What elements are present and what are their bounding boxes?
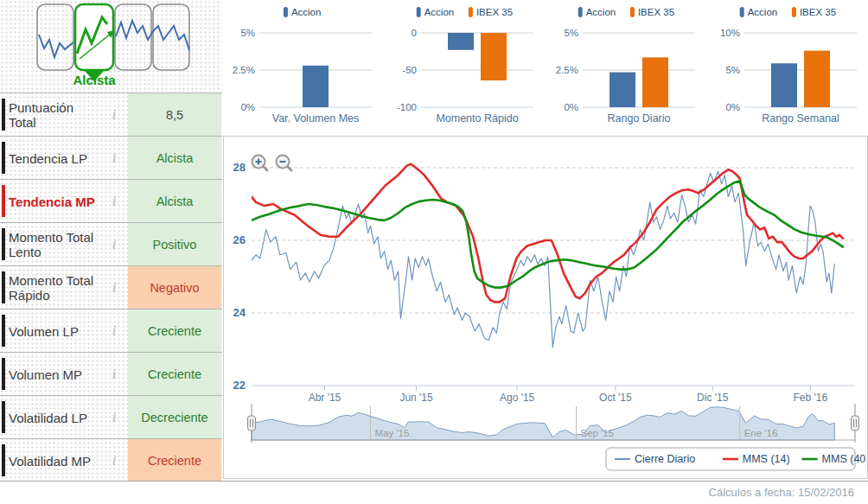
- row-label: Momento Total Lento: [9, 230, 100, 259]
- minichart-title: Var. Volumen Mes: [272, 112, 360, 124]
- legend-marker: [578, 7, 583, 17]
- svg-text:5%: 5%: [725, 65, 740, 75]
- svg-text:-50: -50: [402, 65, 417, 75]
- status-cell: Decreciente: [128, 396, 221, 438]
- x-axis-label: Ago '15: [500, 392, 535, 404]
- row-label: Puntuación Total: [9, 100, 100, 130]
- table-row: Volumen LPiCreciente: [0, 309, 222, 353]
- footer-bar: Cálculos a fecha: 15/02/2016: [0, 481, 868, 504]
- svg-text:0%: 0%: [725, 102, 740, 112]
- table-row: Volumen MPiCreciente: [0, 353, 222, 396]
- bar-accion: [303, 66, 329, 107]
- x-axis-label: Jun '15: [399, 392, 433, 404]
- info-icon[interactable]: i: [105, 237, 123, 252]
- bar-accion: [448, 33, 474, 50]
- bar-ibex-35: [804, 51, 830, 107]
- score-table: Puntuación Totali8,5Tendencia LPiAlcista…: [0, 93, 222, 482]
- table-row: Puntuación Totali8,5: [0, 93, 222, 137]
- minichart-rango-diario: AccionIBEX 350%2.5%5%Rango Diario: [546, 0, 707, 136]
- legend-item[interactable]: Accion: [578, 7, 616, 17]
- left-panel: Alcista Puntuación Totali8,5Tendencia LP…: [0, 0, 222, 489]
- legend-item[interactable]: IBEX 35: [469, 7, 513, 17]
- row-label: Tendencia MP: [9, 194, 100, 208]
- y-axis-label: 24: [233, 306, 246, 319]
- row-accent-bar: [2, 401, 5, 433]
- row-accent-bar: [2, 444, 5, 476]
- status-cell: Creciente: [128, 439, 221, 482]
- row-label: Momento Total Rápido: [9, 273, 100, 303]
- minichart-title: Rango Diario: [608, 112, 671, 124]
- trend-selector-card[interactable]: [37, 4, 73, 70]
- minichart-var-volumen-mes: Accion0%2.5%5%Var. Volumen Mes: [223, 0, 384, 136]
- navigator-label: May '15: [375, 428, 410, 438]
- x-axis-label: Abr '15: [309, 392, 341, 404]
- row-accent-bar: [2, 271, 5, 303]
- info-icon[interactable]: i: [105, 453, 123, 469]
- minichart-rango-semanal: AccionIBEX 350%5%10%Rango Semanal: [708, 0, 868, 136]
- legend-marker: [792, 7, 796, 17]
- minichart-strip: Accion0%2.5%5%Var. Volumen MesAccionIBEX…: [223, 0, 868, 136]
- legend-item[interactable]: Accion: [740, 7, 778, 17]
- calculation-date: Cálculos a fecha: 15/02/2016: [709, 486, 854, 499]
- table-row: Volatilidad LPiDecreciente: [0, 396, 222, 439]
- info-icon[interactable]: i: [105, 280, 123, 296]
- info-icon[interactable]: i: [105, 410, 123, 425]
- minichart-momento-rapido: AccionIBEX 350-50-100Momento Rápido: [385, 0, 546, 136]
- bar-accion: [610, 73, 635, 107]
- legend-item[interactable]: IBEX 35: [630, 7, 674, 17]
- dashboard: Alcista Puntuación Totali8,5Tendencia LP…: [0, 0, 868, 504]
- status-cell: Positivo: [128, 223, 221, 265]
- info-icon[interactable]: i: [105, 150, 123, 166]
- svg-text:0%: 0%: [240, 102, 255, 112]
- bar-ibex-35: [481, 33, 507, 80]
- row-accent-bar: [2, 358, 5, 390]
- svg-text:2.5%: 2.5%: [556, 65, 578, 75]
- trend-selector-card[interactable]: [153, 4, 189, 70]
- info-icon[interactable]: i: [105, 107, 123, 123]
- svg-text:Cierre Diario: Cierre Diario: [635, 453, 695, 465]
- info-icon[interactable]: i: [105, 367, 123, 382]
- svg-text:Accion: Accion: [748, 7, 778, 17]
- trend-state-label: Alcista: [51, 73, 137, 87]
- svg-text:5%: 5%: [240, 28, 255, 38]
- row-label: Volatilidad LP: [9, 410, 100, 424]
- row-accent-bar: [2, 142, 5, 174]
- status-cell: Negativo: [128, 266, 221, 309]
- row-label: Volumen MP: [9, 367, 100, 381]
- legend-item[interactable]: Accion: [284, 7, 322, 17]
- legend-item[interactable]: IBEX 35: [792, 7, 836, 17]
- info-icon[interactable]: i: [105, 194, 123, 209]
- legend-marker: [630, 7, 635, 17]
- row-label: Volatilidad MP: [9, 453, 100, 468]
- x-axis-label: Feb '16: [794, 392, 828, 404]
- minichart-title: Rango Semanal: [762, 112, 839, 124]
- legend-marker: [417, 7, 421, 17]
- table-row: Tendencia MPiAlcista: [0, 180, 222, 223]
- legend-item[interactable]: Accion: [417, 7, 455, 17]
- table-row: Volatilidad MPiCreciente: [0, 439, 222, 482]
- svg-text:10%: 10%: [720, 28, 740, 38]
- status-cell: Alcista: [128, 180, 221, 222]
- row-accent-bar: [2, 185, 5, 217]
- legend-marker: [469, 7, 473, 17]
- table-row: Momento Total LentoiPositivo: [0, 223, 222, 266]
- status-cell: 8,5: [128, 93, 221, 136]
- svg-text:Accion: Accion: [586, 7, 616, 17]
- series-mms-14-: [252, 164, 843, 303]
- trend-selector-card[interactable]: [115, 4, 151, 70]
- svg-text:2.5%: 2.5%: [233, 65, 255, 75]
- x-axis-label: Oct '15: [599, 392, 632, 404]
- info-icon[interactable]: i: [105, 323, 123, 339]
- minichart-title: Momento Rápido: [436, 112, 518, 124]
- y-axis-label: 22: [233, 379, 246, 392]
- y-axis-label: 26: [233, 233, 246, 246]
- navigator-right-handle[interactable]: [852, 404, 859, 443]
- legend-marker: [740, 7, 744, 17]
- svg-text:0: 0: [412, 28, 417, 38]
- trend-line-blue: [39, 35, 74, 57]
- row-label: Volumen LP: [9, 323, 100, 338]
- svg-text:-100: -100: [397, 102, 417, 112]
- svg-text:5%: 5%: [564, 28, 578, 38]
- status-cell: Alcista: [128, 137, 221, 179]
- svg-text:Accion: Accion: [291, 7, 322, 17]
